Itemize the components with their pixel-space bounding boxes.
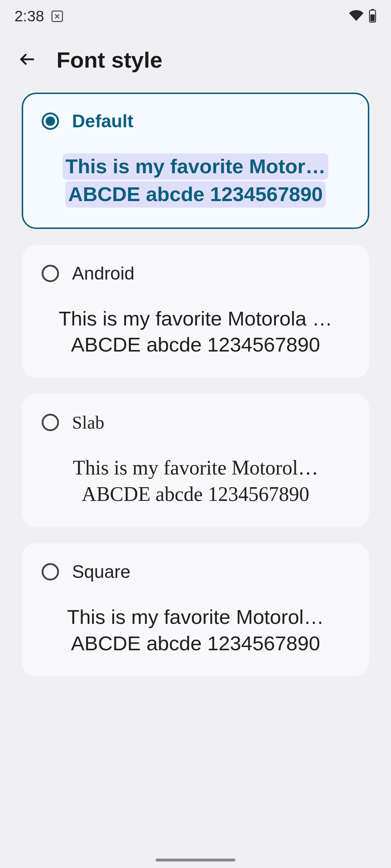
preview-line-2: ABCDE abcde 1234567890 [42, 630, 349, 657]
card-header: Square [42, 561, 349, 582]
preview: This is my favorite Motor… ABCDE abcde 1… [42, 153, 349, 209]
preview-line-1: This is my favorite Motorola … [42, 306, 349, 332]
delete-icon [51, 10, 63, 22]
preview: This is my favorite Motorol… ABCDE abcde… [42, 604, 349, 657]
font-option-slab[interactable]: Slab This is my favorite Motorol… ABCDE … [22, 394, 369, 527]
preview-line-2: ABCDE abcde 1234567890 [42, 332, 349, 358]
nav-handle[interactable] [156, 859, 235, 861]
svg-rect-1 [371, 9, 374, 10]
preview-line-2: ABCDE abcde 1234567890 [42, 481, 349, 507]
card-header: Default [42, 111, 349, 132]
header: Font style [0, 33, 391, 87]
status-time: 2:38 [14, 8, 44, 25]
font-option-square[interactable]: Square This is my favorite Motorol… ABCD… [22, 543, 369, 677]
status-bar: 2:38 [0, 0, 391, 33]
font-option-default[interactable]: Default This is my favorite Motor… ABCDE… [22, 93, 369, 229]
option-label: Default [72, 111, 133, 132]
page-title: Font style [56, 47, 163, 73]
preview: This is my favorite Motorola … ABCDE abc… [42, 306, 349, 358]
card-header: Android [42, 263, 349, 284]
option-label: Square [72, 561, 130, 582]
status-right [349, 8, 377, 24]
preview: This is my favorite Motorol… ABCDE abcde… [42, 455, 349, 507]
radio-icon[interactable] [42, 112, 59, 130]
preview-line-1: This is my favorite Motorol… [42, 604, 349, 630]
status-left: 2:38 [14, 8, 63, 25]
option-label: Slab [72, 412, 104, 433]
radio-icon[interactable] [42, 265, 59, 282]
card-header: Slab [42, 412, 349, 433]
preview-line-2: ABCDE abcde 1234567890 [65, 181, 326, 208]
svg-rect-2 [370, 14, 375, 21]
back-arrow-icon[interactable] [18, 50, 36, 70]
battery-icon [369, 8, 377, 24]
wifi-icon [349, 8, 363, 24]
preview-line-1: This is my favorite Motorol… [42, 455, 349, 481]
radio-icon[interactable] [42, 563, 59, 580]
radio-icon[interactable] [42, 414, 59, 431]
preview-line-1: This is my favorite Motor… [63, 153, 329, 180]
font-options-list: Default This is my favorite Motor… ABCDE… [0, 87, 391, 676]
option-label: Android [72, 263, 134, 284]
font-option-android[interactable]: Android This is my favorite Motorola … A… [22, 245, 369, 378]
